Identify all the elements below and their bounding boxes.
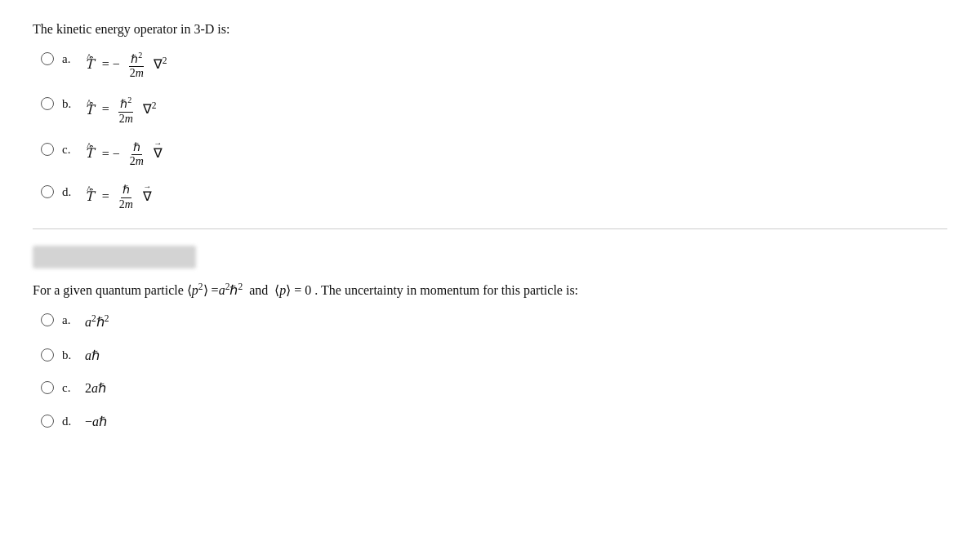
hat-T-1a: T̂: [85, 55, 94, 73]
frac-1d: ℏ 2m: [118, 184, 135, 212]
option-2c: c. 2aℏ: [41, 379, 947, 397]
label-1c: c.: [62, 141, 77, 158]
option-1c: c. T̂ = − ℏ 2m ∇→: [41, 141, 947, 170]
den-1c: 2m: [128, 155, 145, 169]
section1: The kinetic energy operator in 3-D is: a…: [33, 20, 947, 212]
label-1d: d.: [62, 184, 77, 201]
radio-2c[interactable]: [41, 381, 54, 394]
formula-1a: T̂ = − ℏ2 2m ∇2: [85, 51, 167, 81]
formula-2a: a2ℏ2: [85, 312, 109, 332]
label-2c: c.: [62, 379, 77, 397]
question1-text: The kinetic energy operator in 3-D is:: [33, 20, 947, 39]
blurred-region: [33, 246, 196, 268]
radio-2d[interactable]: [41, 415, 54, 428]
label-2b: b.: [62, 347, 77, 364]
hat-T-1b: T̂: [85, 101, 94, 119]
num-1b: ℏ2: [118, 95, 133, 112]
label-1b: b.: [62, 95, 77, 113]
num-1c: ℏ: [131, 141, 142, 156]
label-2d: d.: [62, 413, 77, 430]
formula-1c: T̂ = − ℏ 2m ∇→: [85, 141, 163, 170]
option-2a: a. a2ℏ2: [41, 312, 947, 332]
radio-1a[interactable]: [41, 52, 54, 65]
radio-2b[interactable]: [41, 348, 54, 361]
den-1d: 2m: [118, 198, 135, 212]
hat-T-1c: T̂: [85, 144, 94, 162]
option-1a: a. T̂ = − ℏ2 2m ∇2: [41, 51, 947, 81]
formula-2d: −aℏ: [85, 413, 107, 431]
option-1d: d. T̂ = ℏ 2m ∇→: [41, 184, 947, 212]
option-1b: b. T̂ = ℏ2 2m ∇2: [41, 95, 947, 126]
label-2a: a.: [62, 312, 77, 329]
formula-2c: 2aℏ: [85, 379, 106, 397]
num-1d: ℏ: [121, 184, 131, 198]
formula-1b: T̂ = ℏ2 2m ∇2: [85, 95, 157, 126]
section2: For a given quantum particle ⟨p2⟩ =a2ℏ2 …: [33, 246, 947, 431]
hat-T-1d: T̂: [85, 188, 94, 206]
radio-1c[interactable]: [41, 143, 54, 156]
options-list-2: a. a2ℏ2 b. aℏ c. 2aℏ d. −aℏ: [41, 312, 947, 431]
option-2b: b. aℏ: [41, 347, 947, 365]
section-divider: [33, 228, 947, 229]
question2-text: For a given quantum particle ⟨p2⟩ =a2ℏ2 …: [33, 280, 947, 300]
frac-1c: ℏ 2m: [128, 141, 145, 170]
formula-2b: aℏ: [85, 347, 100, 365]
den-1a: 2m: [128, 67, 145, 81]
option-2d: d. −aℏ: [41, 413, 947, 431]
den-1b: 2m: [118, 113, 135, 126]
num-1a: ℏ2: [129, 51, 144, 67]
formula-1d: T̂ = ℏ 2m ∇→: [85, 184, 152, 212]
options-list-1: a. T̂ = − ℏ2 2m ∇2 b. T̂ = ℏ2 2m: [41, 51, 947, 212]
frac-1b: ℏ2 2m: [118, 95, 135, 126]
radio-2a[interactable]: [41, 313, 54, 326]
radio-1b[interactable]: [41, 97, 54, 110]
frac-1a: ℏ2 2m: [128, 51, 145, 81]
radio-1d[interactable]: [41, 185, 54, 198]
label-1a: a.: [62, 51, 77, 68]
